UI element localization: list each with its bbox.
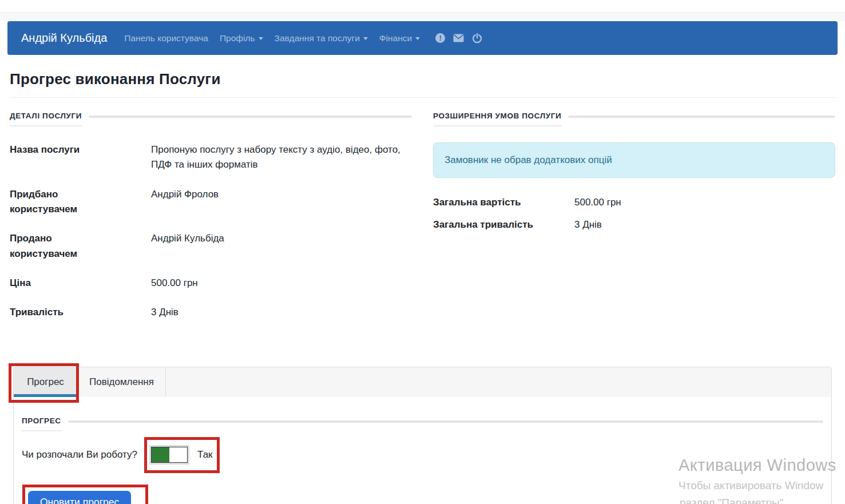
detail-label: Назва послуги	[10, 142, 116, 173]
details-columns: ДЕТАЛІ ПОСЛУГИ Назва послуги Пропоную по…	[10, 112, 835, 335]
detail-row-buyer: Придбано користувачем Андрій Фролов	[10, 187, 412, 217]
nav-item-label: Завдання та послуги	[275, 33, 360, 43]
detail-value: 500.00 грн	[151, 276, 412, 291]
nav-item-finances[interactable]: Фінанси	[379, 33, 420, 43]
chevron-down-icon	[259, 37, 263, 40]
page-title: Прогрес виконання Послуги	[10, 70, 835, 88]
detail-row-service-name: Назва послуги Пропоную послугу з набору …	[10, 142, 412, 173]
extension-section-heading: РОЗШИРЕННЯ УМОВ ПОСЛУГИ	[433, 112, 835, 126]
tab-messages[interactable]: Повідомлення	[78, 367, 166, 397]
detail-value: 500.00 грн	[574, 195, 835, 210]
top-navbar: Андрій Кульбіда Панель користувача Профі…	[7, 21, 838, 55]
windows-activation-watermark: Активация Windows Чтобы активировать Win…	[679, 456, 836, 504]
detail-label: Загальна тривалість	[433, 217, 539, 232]
details-section-heading: ДЕТАЛІ ПОСЛУГИ	[10, 112, 412, 126]
detail-label: Ціна	[10, 276, 116, 291]
chevron-down-icon	[363, 37, 368, 40]
brand-link[interactable]: Андрій Кульбіда	[21, 31, 107, 45]
no-options-alert: Замовник не обрав додаткових опцій	[433, 142, 835, 178]
nav-item-label: Фінанси	[379, 33, 412, 43]
exclamation-glyph: !	[435, 33, 445, 43]
details-heading-label: ДЕТАЛІ ПОСЛУГИ	[10, 112, 82, 126]
detail-value: 3 Днів	[574, 217, 835, 232]
detail-row-price: Ціна 500.00 грн	[10, 276, 412, 291]
work-started-question: Чи розпочали Ви роботу?	[22, 449, 137, 461]
tab-strip: Прогрес Повідомлення	[13, 367, 832, 397]
main-content: Прогрес виконання Послуги ДЕТАЛІ ПОСЛУГИ…	[0, 70, 845, 504]
update-progress-button[interactable]: Оновити прогрес	[28, 491, 131, 504]
exclamation-circle-icon[interactable]: !	[435, 33, 446, 43]
update-button-wrap: Оновити прогрес	[28, 491, 131, 504]
service-extension-column: РОЗШИРЕННЯ УМОВ ПОСЛУГИ Замовник не обра…	[433, 112, 835, 335]
nav-item-profile[interactable]: Профіль	[220, 33, 263, 43]
toggle-track	[151, 447, 188, 463]
extension-heading-label: РОЗШИРЕННЯ УМОВ ПОСЛУГИ	[433, 112, 561, 126]
tab-label: Прогрес	[27, 376, 64, 388]
power-icon[interactable]	[471, 33, 482, 43]
toggle-group: Так	[149, 445, 213, 465]
progress-section-heading: ПРОГРЕС	[22, 416, 823, 431]
toggle-on-state	[152, 447, 169, 462]
detail-row-duration: Тривалість 3 Днів	[10, 305, 412, 320]
navbar-icon-group: !	[435, 33, 482, 43]
detail-label: Загальна вартість	[433, 195, 539, 210]
page-top-gap	[0, 13, 845, 21]
watermark-line: Активация Windows	[679, 456, 836, 475]
service-details-column: ДЕТАЛІ ПОСЛУГИ Назва послуги Пропоную по…	[10, 112, 412, 335]
detail-value: Андрій Фролов	[151, 187, 412, 217]
detail-label: Придбано користувачем	[10, 187, 116, 217]
work-started-toggle[interactable]	[149, 445, 189, 465]
watermark-line: раздел "Параметры"	[680, 497, 836, 504]
tab-label: Повідомлення	[89, 376, 154, 388]
brand-label: Андрій Кульбіда	[21, 31, 107, 44]
detail-value: Андрій Кульбіда	[151, 231, 412, 261]
detail-value: Пропоную послугу з набору тексту з аудіо…	[151, 142, 412, 173]
title-divider	[10, 97, 835, 98]
nav-item-tasks-services[interactable]: Завдання та послуги	[275, 33, 368, 43]
toggle-value-label: Так	[197, 449, 213, 461]
active-tab-indicator	[14, 394, 77, 397]
detail-label: Продано користувачем	[10, 231, 116, 261]
detail-value: 3 Днів	[151, 305, 412, 320]
nav-item-label: Панель користувача	[124, 33, 208, 43]
progress-heading-label: ПРОГРЕС	[22, 416, 61, 431]
detail-label: Тривалість	[10, 305, 116, 320]
tab-progress[interactable]: Прогрес	[14, 367, 78, 397]
nav-item-label: Профіль	[220, 33, 255, 43]
watermark-line: Чтобы активировать Window	[679, 479, 836, 492]
envelope-icon[interactable]	[453, 33, 464, 43]
nav-item-dashboard[interactable]: Панель користувача	[124, 33, 208, 43]
chevron-down-icon	[415, 37, 420, 40]
detail-row-seller: Продано користувачем Андрій Кульбіда	[10, 231, 412, 261]
browser-edge-strip	[0, 0, 845, 13]
detail-row-total-duration: Загальна тривалість 3 Днів	[433, 217, 835, 232]
heading-rule	[89, 116, 412, 118]
heading-rule	[568, 116, 835, 118]
detail-row-total-cost: Загальна вартість 500.00 грн	[433, 195, 835, 210]
heading-rule	[68, 420, 823, 423]
